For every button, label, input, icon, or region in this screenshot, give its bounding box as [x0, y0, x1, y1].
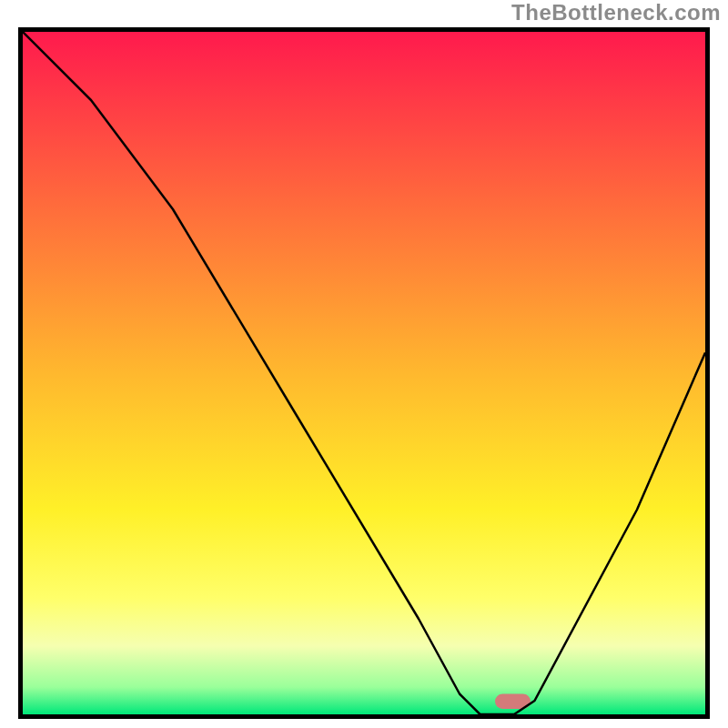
chart-container: TheBottleneck.com: [0, 0, 728, 728]
plot-frame: [18, 27, 710, 719]
gradient-background: [23, 32, 705, 714]
watermark-text: TheBottleneck.com: [511, 0, 721, 25]
plot-svg: [23, 32, 705, 714]
